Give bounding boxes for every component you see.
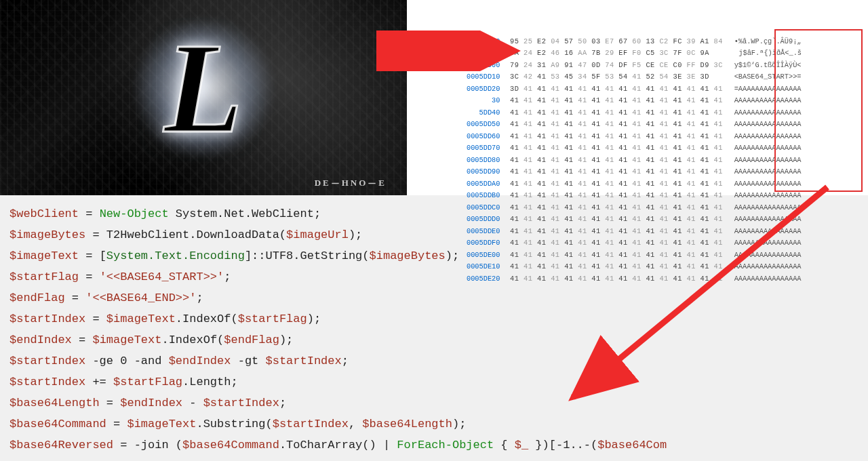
hex-ascii: =AAAAAAAAAAAAAAA [734,83,802,96]
hex-offset: 0005DE20 [467,273,510,285]
hex-offset: 0005DD60 [467,131,510,143]
hex-bytes: 6A 24 E2 46 16 AA 7B 29 EF F0 C5 3C 7F 0… [510,47,732,60]
hex-row: 0005DD9041 41 41 41 41 41 41 41 41 41 41… [467,166,868,178]
hex-offset: 0005DD10 [467,71,510,83]
hex-ascii: •%â.WP.çg`.ÂÜ9¡„ [734,36,802,48]
hex-offset: 0005DCF0 [467,47,510,60]
hex-ascii: y$1©‘G.tßõÎÎÀÿÙ< [734,60,802,72]
hex-ascii: AAAAAAAAAAAAAAAA [734,273,802,285]
hex-bytes: 95 25 E2 04 57 50 03 E7 67 60 13 C2 FC 3… [510,36,728,48]
hex-offset: 0005DD80 [467,155,510,167]
hex-row: 0005DD6041 41 41 41 41 41 41 41 41 41 41… [467,131,868,143]
hex-bytes: 41 41 41 41 41 41 41 41 41 41 41 41 41 4… [510,131,728,143]
hex-row: 0005DCE095 25 E2 04 57 50 03 E7 67 60 13… [467,36,868,48]
hex-ascii: AAAAAAAAAAAAAAAA [734,166,802,178]
hex-offset: 0005DDC0 [467,202,510,214]
hex-row: 5DD4041 41 41 41 41 41 41 41 41 41 41 41… [467,107,868,119]
code-line: $startIndex -ge 0 -and $endIndex -gt $st… [9,350,859,372]
hex-row: 0005DDE041 41 41 41 41 41 41 41 41 41 41… [467,226,868,238]
hex-row: 0005DD7041 41 41 41 41 41 41 41 41 41 41… [467,142,868,155]
hex-bytes: 41 41 41 41 41 41 41 41 41 41 41 41 41 4… [510,261,728,273]
hex-offset: 0005DD50 [467,119,510,131]
hex-ascii: AAAAAAAAAAAAAAAA [734,107,802,119]
hex-bytes: 41 41 41 41 41 41 41 41 41 41 41 41 41 4… [510,202,728,214]
hex-ascii: AAAAAAAAAAAAAAAA [734,237,802,249]
hex-ascii: AAAAAAAAAAAAAAAA [734,214,802,226]
hex-offset: 0005DDB0 [467,190,510,202]
hex-offset: 0005DE00 [467,249,510,262]
hex-offset: 0005DCE0 [467,36,510,48]
hex-bytes: 41 41 41 41 41 41 41 41 41 41 41 41 41 4… [510,178,728,191]
top-region: L DE⸺HNO⸺E 0005DCE095 25 E2 04 57 50 03 … [0,0,868,195]
hex-row: 0005DDC041 41 41 41 41 41 41 41 41 41 41… [467,202,868,214]
l-letter: L [164,24,243,153]
hex-ascii: AAAAAAAAAAAAAAAA [734,95,802,107]
hex-row: 0005DCF06A 24 E2 46 16 AA 7B 29 EF F0 C5… [467,47,868,60]
hex-row: 0005DD203D 41 41 41 41 41 41 41 41 41 41… [467,83,868,96]
code-line: $base64Length = $endIndex - $startIndex; [9,393,859,414]
hex-row: 3041 41 41 41 41 41 41 41 41 41 41 41 41… [467,95,868,107]
hex-bytes: 41 41 41 41 41 41 41 41 41 41 41 41 41 4… [510,214,728,226]
hex-viewer: 0005DCE095 25 E2 04 57 50 03 E7 67 60 13… [407,0,868,195]
hex-ascii: j$âF.ª{)ïðÅ<_.š [738,47,802,60]
hex-ascii: AAAAAAAAAAAAAAAA [734,142,802,155]
hex-bytes: 41 41 41 41 41 41 41 41 41 41 41 41 41 4… [510,155,728,167]
code-line: $commandBytes = [System.Convert]::FromBa… [9,456,859,461]
hex-bytes: 41 41 41 41 41 41 41 41 41 41 41 41 41 4… [510,273,728,285]
hex-bytes: 41 41 41 41 41 41 41 41 41 41 41 41 41 4… [510,226,728,238]
hex-ascii: AAAAAAAAAAAAAAAA [734,226,802,238]
hex-row: 0005DE1041 41 41 41 41 41 41 41 41 41 41… [467,261,868,273]
code-line: $startIndex += $startFlag.Length; [9,372,859,393]
hex-bytes: 79 24 31 A9 91 47 0D 74 DF F5 CE CE C0 F… [510,60,728,72]
hex-row: 0005DE0041 41 41 41 41 41 41 41 41 41 41… [467,249,868,262]
hex-bytes: 3D 41 41 41 41 41 41 41 41 41 41 41 41 4… [510,83,728,96]
hex-ascii: AAAAAAAAAAAAAAAA [734,249,802,262]
hex-ascii: AAAAAAAAAAAAAAAA [734,261,802,273]
hex-bytes: 41 41 41 41 41 41 41 41 41 41 41 41 41 4… [510,119,728,131]
hex-row: 0005DDD041 41 41 41 41 41 41 41 41 41 41… [467,214,868,226]
code-line: $endFlag = '<<BASE64_END>>'; [9,287,859,308]
code-line: $base64Command = $imageText.Substring($s… [9,414,859,435]
code-line: $startIndex = $imageText.IndexOf($startF… [9,308,859,329]
hex-bytes: 41 41 41 41 41 41 41 41 41 41 41 41 41 4… [510,190,728,202]
hex-ascii: AAAAAAAAAAAAAAAA [734,155,802,167]
hex-bytes: 3C 42 41 53 45 34 5F 53 54 41 52 54 3E 3… [510,71,728,83]
hex-ascii: <BASE64_START>>= [734,71,802,83]
hex-offset: 5DD40 [467,107,510,119]
hex-offset: 0005DE10 [467,261,510,273]
hex-offset: 0005DDA0 [467,178,510,191]
hex-bytes: 41 41 41 41 41 41 41 41 41 41 41 41 41 4… [510,142,728,155]
hex-bytes: 41 41 41 41 41 41 41 41 41 41 41 41 41 4… [510,249,728,262]
hex-row: 0005DD8041 41 41 41 41 41 41 41 41 41 41… [467,155,868,167]
hex-row: 0005DE2041 41 41 41 41 41 41 41 41 41 41… [467,273,868,285]
deathnote-logo: DE⸺HNO⸺E [315,178,387,188]
hex-row: 0005DDF041 41 41 41 41 41 41 41 41 41 41… [467,237,868,249]
hex-row: 0005DD5041 41 41 41 41 41 41 41 41 41 41… [467,119,868,131]
hex-offset: 0005DD70 [467,142,510,155]
hex-ascii: AAAAAAAAAAAAAAAA [734,202,802,214]
hex-row: 0005DD103C 42 41 53 45 34 5F 53 54 41 52… [467,71,868,83]
hex-row: 0005DD0079 24 31 A9 91 47 0D 74 DF F5 CE… [467,60,868,72]
code-line: $endIndex = $imageText.IndexOf($endFlag)… [9,329,859,350]
hex-bytes: 41 41 41 41 41 41 41 41 41 41 41 41 41 4… [510,95,728,107]
hex-ascii: AAAAAAAAAAAAAAAA [734,131,802,143]
hex-offset: 0005DDE0 [467,226,510,238]
hex-row: 0005DDB041 41 41 41 41 41 41 41 41 41 41… [467,190,868,202]
hex-bytes: 41 41 41 41 41 41 41 41 41 41 41 41 41 4… [510,237,728,249]
hex-offset: 30 [467,95,510,107]
wallpaper-l-image: L DE⸺HNO⸺E [0,0,407,195]
hex-row: 0005DDA041 41 41 41 41 41 41 41 41 41 41… [467,178,868,191]
hex-offset: 0005DDD0 [467,214,510,226]
hex-bytes: 41 41 41 41 41 41 41 41 41 41 41 41 41 4… [510,107,728,119]
hex-bytes: 41 41 41 41 41 41 41 41 41 41 41 41 41 4… [510,166,728,178]
hex-offset: 0005DDF0 [467,237,510,249]
hex-offset: 0005DD20 [467,83,510,96]
hex-ascii: AAAAAAAAAAAAAAAA [734,178,802,191]
hex-ascii: AAAAAAAAAAAAAAAA [734,190,802,202]
hex-offset: 0005DD00 [467,60,510,72]
hex-offset: 0005DD90 [467,166,510,178]
code-line: $base64Reversed = -join ($base64Command.… [9,435,859,456]
hex-ascii: AAAAAAAAAAAAAAAA [734,119,802,131]
